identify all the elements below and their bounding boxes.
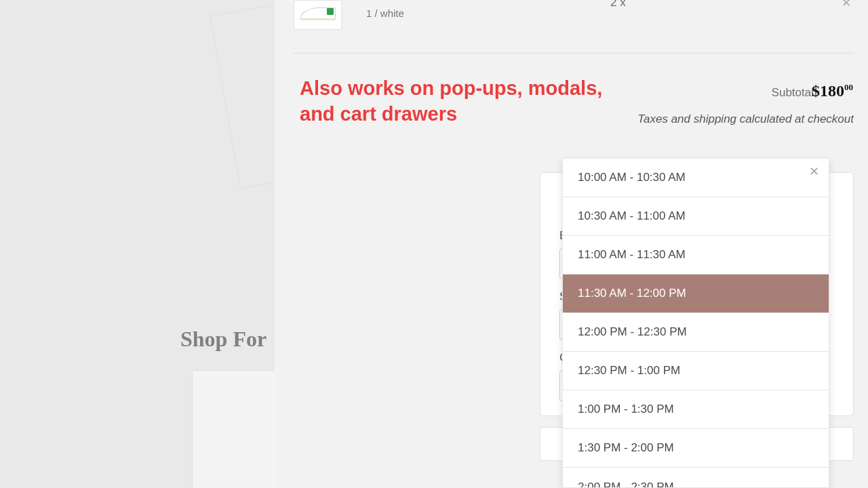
time-slot-option[interactable]: 12:30 PM - 1:00 PM — [563, 352, 829, 390]
cart-item-thumbnail — [294, 0, 342, 30]
time-slot-option[interactable]: 1:30 PM - 2:00 PM — [563, 429, 829, 468]
time-slot-option[interactable]: 2:00 PM - 2:30 PM — [563, 468, 829, 488]
subtotal-price: $18000 — [812, 82, 853, 100]
time-slot-dropdown: 10:00 AM - 10:30 AM10:30 AM - 11:00 AM11… — [562, 158, 829, 488]
time-slot-option[interactable]: 11:00 AM - 11:30 AM — [563, 236, 829, 274]
cart-item-qty: 2 x — [610, 0, 626, 9]
time-slot-option[interactable]: 1:00 PM - 1:30 PM — [563, 390, 829, 429]
price-main: $180 — [812, 82, 844, 100]
price-cents: 00 — [844, 82, 853, 92]
time-slot-close-button[interactable]: ✕ — [809, 165, 819, 178]
tax-shipping-note: Taxes and shipping calculated at checkou… — [637, 113, 854, 126]
close-icon: ✕ — [809, 165, 819, 178]
marketing-annotation: Also works on pop-ups, modals, and cart … — [300, 76, 602, 127]
sneaker-icon — [300, 7, 336, 22]
time-slot-option[interactable]: 12:00 PM - 12:30 PM — [563, 313, 829, 352]
time-slot-option[interactable]: 10:00 AM - 10:30 AM — [563, 159, 829, 197]
divider — [293, 53, 854, 54]
time-slot-option[interactable]: 11:30 AM - 12:00 PM — [563, 274, 829, 313]
shop-for-heading: Shop For — [180, 327, 267, 352]
time-slot-list: 10:00 AM - 10:30 AM10:30 AM - 11:00 AM11… — [563, 159, 829, 487]
close-icon: ✕ — [842, 0, 851, 9]
cart-item-remove-button[interactable]: ✕ — [842, 0, 851, 10]
subtotal-label: Subtotal — [772, 86, 814, 100]
cart-item-variant: 1 / white — [366, 7, 404, 19]
time-slot-option[interactable]: 10:30 AM - 11:00 AM — [563, 197, 829, 236]
